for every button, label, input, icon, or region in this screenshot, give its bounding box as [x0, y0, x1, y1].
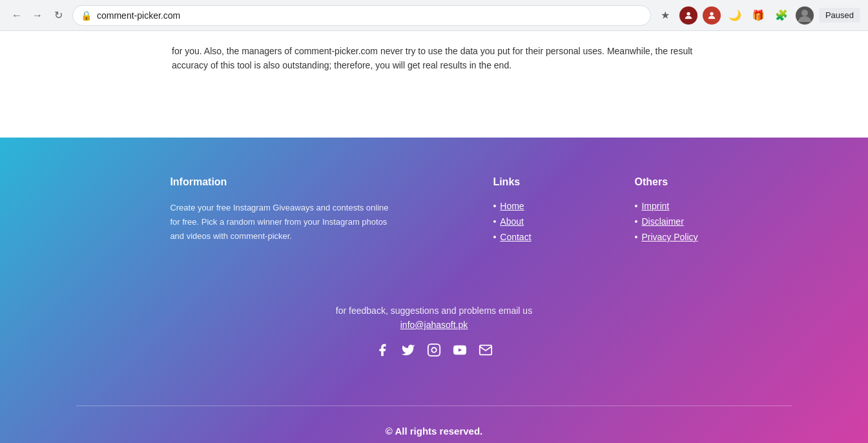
footer-feedback-section: for feedback, suggestions and problems e…: [0, 286, 868, 406]
list-item: Contact: [493, 232, 531, 242]
footer-information-column: Information Create your free Instagram G…: [170, 176, 389, 247]
paused-button[interactable]: Paused: [819, 8, 860, 23]
contact-link[interactable]: Contact: [500, 232, 531, 242]
about-link[interactable]: About: [500, 216, 524, 227]
list-item: Imprint: [635, 201, 698, 211]
extensions-button[interactable]: 🧩: [772, 6, 790, 25]
copyright-section: © All rights reserved. Powered by JahaSo…: [0, 406, 868, 443]
information-heading: Information: [170, 176, 389, 188]
links-heading: Links: [493, 176, 531, 188]
svg-point-0: [687, 12, 690, 15]
email-link[interactable]: info@jahasoft.pk: [400, 320, 468, 330]
others-heading: Others: [635, 176, 698, 188]
list-item: About: [493, 216, 531, 227]
home-link[interactable]: Home: [500, 201, 524, 211]
privacy-policy-link[interactable]: Privacy Policy: [641, 232, 698, 242]
footer-links-column: Links Home About Contact: [493, 176, 531, 247]
address-bar[interactable]: 🔒 comment-picker.com: [72, 5, 651, 26]
feedback-text: for feedback, suggestions and problems e…: [13, 305, 855, 316]
imprint-link[interactable]: Imprint: [641, 201, 669, 211]
list-item: Home: [493, 201, 531, 211]
svg-point-1: [710, 12, 713, 15]
lock-icon: 🔒: [81, 10, 92, 21]
copyright-text: © All rights reserved.: [13, 426, 855, 437]
reload-button[interactable]: ↻: [49, 6, 67, 25]
svg-rect-3: [428, 344, 440, 356]
youtube-icon[interactable]: [453, 343, 467, 360]
card-text: for you. Also, the managers of comment-p…: [172, 44, 696, 73]
twitter-icon[interactable]: [401, 343, 415, 360]
theme-button[interactable]: 🌙: [726, 6, 744, 25]
footer-others-column: Others Imprint Disclaimer Privacy Policy: [635, 176, 698, 247]
disclaimer-link[interactable]: Disclaimer: [641, 216, 683, 227]
links-list: Home About Contact: [493, 201, 531, 242]
email-icon[interactable]: [479, 343, 493, 360]
svg-point-2: [801, 10, 808, 16]
browser-actions: ★ 🌙 🎁 🧩 Paused: [656, 6, 860, 25]
gift-button[interactable]: 🎁: [749, 6, 767, 25]
list-item: Privacy Policy: [635, 232, 698, 242]
nav-buttons: ← → ↻: [8, 6, 67, 25]
profile-avatar: [679, 6, 698, 25]
bookmark-button[interactable]: ★: [656, 6, 674, 25]
user-profile-button[interactable]: [796, 6, 814, 25]
instagram-icon[interactable]: [427, 343, 441, 360]
forward-button[interactable]: →: [28, 6, 46, 25]
list-item: Disclaimer: [635, 216, 698, 227]
others-list: Imprint Disclaimer Privacy Policy: [635, 201, 698, 242]
content-card: for you. Also, the managers of comment-p…: [76, 31, 792, 138]
footer-columns: Information Create your free Instagram G…: [0, 176, 868, 286]
user-avatar[interactable]: [703, 6, 721, 25]
url-text: comment-picker.com: [97, 10, 180, 21]
facebook-icon[interactable]: [375, 343, 389, 360]
footer: Information Create your free Instagram G…: [0, 138, 868, 443]
information-description: Create your free Instagram Giveaways and…: [170, 201, 389, 243]
social-icons: [13, 343, 855, 360]
back-button[interactable]: ←: [8, 6, 26, 25]
browser-chrome: ← → ↻ 🔒 comment-picker.com ★ 🌙 🎁 🧩 Pause…: [0, 0, 868, 31]
